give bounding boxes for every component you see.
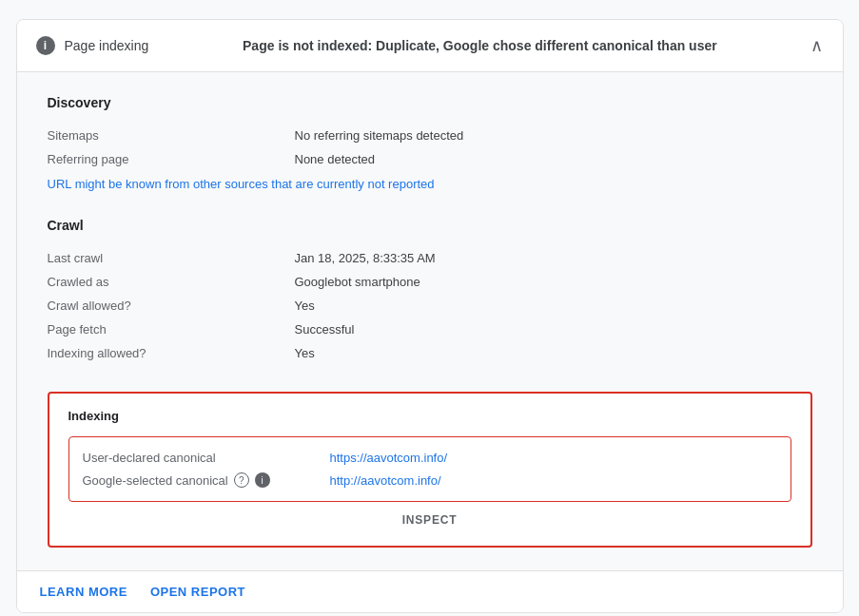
crawl-allowed-value: Yes xyxy=(295,298,315,313)
indexing-allowed-value: Yes xyxy=(295,346,315,360)
inspect-link-container: INSPECT xyxy=(68,510,791,530)
page-fetch-row: Page fetch Successful xyxy=(48,318,812,341)
last-crawl-row: Last crawl Jan 18, 2025, 8:33:35 AM xyxy=(48,246,812,270)
panel-footer: LEARN MORE OPEN REPORT xyxy=(17,570,843,612)
crawl-title: Crawl xyxy=(48,218,812,233)
user-declared-canonical-label: User-declared canonical xyxy=(83,451,330,465)
last-crawl-label: Last crawl xyxy=(48,251,295,265)
panel-header: i Page indexing Page is not indexed: Dup… xyxy=(17,20,843,72)
user-declared-canonical-box: User-declared canonical https://aavotcom… xyxy=(68,436,791,502)
discovery-notice: URL might be known from other sources th… xyxy=(48,177,812,191)
panel-body: Discovery Sitemaps No referring sitemaps… xyxy=(17,72,843,570)
crawl-allowed-label: Crawl allowed? xyxy=(48,298,295,313)
indexing-allowed-row: Indexing allowed? Yes xyxy=(48,341,812,365)
referring-page-row: Referring page None detected xyxy=(48,147,812,171)
google-selected-canonical-row: Google-selected canonical ? i http://aav… xyxy=(83,469,777,491)
crawl-section: Crawl Last crawl Jan 18, 2025, 8:33:35 A… xyxy=(48,218,812,365)
crawl-allowed-row: Crawl allowed? Yes xyxy=(48,294,812,318)
page-fetch-label: Page fetch xyxy=(48,322,295,337)
info-small-icon: i xyxy=(255,472,270,488)
google-selected-canonical-label: Google-selected canonical ? i xyxy=(83,472,330,488)
last-crawl-value: Jan 18, 2025, 8:33:35 AM xyxy=(295,251,436,265)
open-report-link[interactable]: OPEN REPORT xyxy=(150,585,245,599)
discovery-section: Discovery Sitemaps No referring sitemaps… xyxy=(48,95,812,191)
sitemaps-value: No referring sitemaps detected xyxy=(295,128,464,143)
sitemaps-label: Sitemaps xyxy=(48,128,295,143)
info-icon: i xyxy=(36,36,55,55)
question-icon[interactable]: ? xyxy=(234,472,249,488)
user-declared-canonical-row: User-declared canonical https://aavotcom… xyxy=(83,447,777,469)
crawled-as-label: Crawled as xyxy=(48,275,295,289)
crawled-as-row: Crawled as Googlebot smartphone xyxy=(48,270,812,294)
page-indexing-panel: i Page indexing Page is not indexed: Dup… xyxy=(16,19,844,613)
collapse-icon[interactable]: ∧ xyxy=(810,35,823,56)
referring-page-value: None detected xyxy=(295,152,376,166)
sitemaps-row: Sitemaps No referring sitemaps detected xyxy=(48,124,812,147)
status-detail: Duplicate, Google chose different canoni… xyxy=(376,38,717,53)
indexing-allowed-label: Indexing allowed? xyxy=(48,346,295,360)
user-declared-canonical-value[interactable]: https://aavotcom.info/ xyxy=(330,451,448,465)
header-left: i Page indexing xyxy=(36,36,149,55)
learn-more-link[interactable]: LEARN MORE xyxy=(40,585,127,599)
panel-title: Page indexing xyxy=(65,38,149,53)
discovery-title: Discovery xyxy=(48,95,812,110)
indexing-section: Indexing User-declared canonical https:/… xyxy=(48,392,812,548)
panel-status: Page is not indexed: Duplicate, Google c… xyxy=(243,38,717,53)
inspect-button[interactable]: INSPECT xyxy=(395,510,465,530)
crawled-as-value: Googlebot smartphone xyxy=(295,275,420,289)
page-fetch-value: Successful xyxy=(295,322,355,337)
google-selected-canonical-value[interactable]: http://aavotcom.info/ xyxy=(330,473,441,488)
indexing-title: Indexing xyxy=(68,409,791,423)
referring-page-label: Referring page xyxy=(48,152,295,166)
